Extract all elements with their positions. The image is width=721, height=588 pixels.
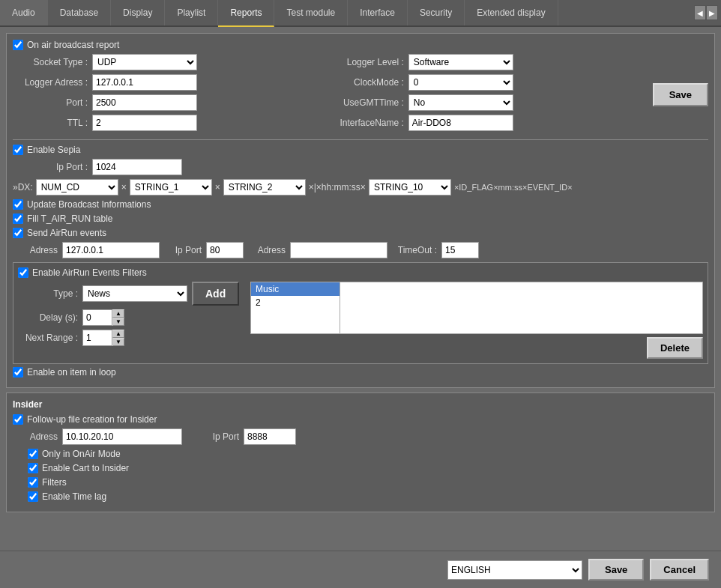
usegmt-label: UseGMTTime : [329, 97, 404, 108]
port-input[interactable]: 2500 [92, 94, 197, 111]
airrun-address-row: Adress 127.0.0.1 Ip Port 80 Adress TimeO… [13, 242, 708, 258]
sepia-checkbox-label[interactable]: Enable Sepia [13, 145, 80, 155]
insider-address-input[interactable]: 10.10.20.10 [62, 428, 182, 445]
logger-level-select[interactable]: Software [408, 54, 513, 70]
sepia-row: Enable Sepia [13, 145, 708, 155]
insider-cart-label[interactable]: Enable Cart to Insider [28, 463, 129, 473]
clockmode-select[interactable]: 0 [408, 74, 513, 91]
tab-interface[interactable]: Interface [348, 0, 408, 25]
dx-dropdown4[interactable]: STRING_10 [369, 179, 451, 196]
language-select[interactable]: ENGLISH [447, 560, 582, 580]
airrun-address2-input[interactable] [290, 242, 387, 258]
save-top-button[interactable]: Save [653, 83, 708, 106]
delay-input[interactable]: 0 [82, 309, 112, 326]
insider-filters-row: Filters [13, 477, 708, 488]
logger-level-row: Logger Level : Software [329, 54, 638, 70]
add-button[interactable]: Add [192, 282, 239, 306]
tab-nav-right[interactable]: ▶ [706, 5, 718, 20]
tab-database[interactable]: Database [48, 0, 111, 25]
sepia-checkbox[interactable] [13, 145, 23, 155]
type-select[interactable]: News [82, 285, 187, 302]
delay-spinner: 0 ▲ ▼ [82, 309, 124, 326]
bottom-bar: ENGLISH Save Cancel [0, 551, 721, 588]
insider-cart-checkbox[interactable] [28, 463, 38, 473]
usegmt-select[interactable]: No [408, 94, 513, 111]
delay-down-btn[interactable]: ▼ [112, 318, 124, 326]
tab-display[interactable]: Display [111, 0, 165, 25]
insider-timelag-label[interactable]: Enable Time lag [28, 491, 106, 502]
tab-playlist[interactable]: Playlist [165, 0, 218, 25]
send-airrun-label[interactable]: Send AirRun events [13, 228, 106, 238]
fill-table-label[interactable]: Fill T_AIR_RUN table [13, 213, 112, 224]
airrun-address-input[interactable]: 127.0.0.1 [62, 242, 160, 258]
logger-level-label: Logger Level : [329, 57, 404, 67]
bottom-save-button[interactable]: Save [588, 559, 644, 581]
enable-loop-label[interactable]: Enable on item in loop [13, 367, 116, 378]
airrun-filters-text: Enable AirRun Events Filters [32, 267, 147, 278]
airrun-timeout-label: TimeOut : [392, 245, 437, 255]
delete-btn-container: Delete [250, 337, 703, 359]
clockmode-row: ClockMode : 0 [329, 74, 638, 91]
socket-type-select[interactable]: UDP [92, 54, 197, 70]
dx-sep3: ×|×hh:mm:ss× [309, 182, 366, 193]
tab-audio[interactable]: Audio [0, 0, 48, 25]
airrun-ipport-input[interactable]: 80 [206, 242, 244, 258]
logger-address-input[interactable]: 127.0.0.1 [92, 74, 197, 91]
delay-row: Delay (s): 0 ▲ ▼ [18, 309, 243, 326]
sepia-ipport-input[interactable]: 1024 [92, 159, 182, 175]
nextrange-input[interactable]: 1 [82, 330, 112, 346]
insider-onlyonair-checkbox[interactable] [28, 449, 38, 459]
send-airrun-checkbox[interactable] [13, 228, 23, 238]
insider-timelag-checkbox[interactable] [28, 491, 38, 502]
fill-table-checkbox[interactable] [13, 213, 23, 224]
dx-dropdown1[interactable]: NUM_CD [36, 179, 118, 196]
onair-broadcast-section: On air broadcast report Socket Type : UD… [6, 33, 715, 388]
tab-nav: ◀ ▶ [691, 0, 721, 25]
airrun-filters-checkbox[interactable] [18, 267, 28, 278]
onair-checkbox-text: On air broadcast report [27, 40, 119, 50]
bottom-cancel-button[interactable]: Cancel [650, 559, 709, 581]
send-airrun-header-row: Send AirRun events [13, 228, 708, 238]
filter-item-2[interactable]: 2 [251, 296, 340, 309]
insider-followup-label[interactable]: Follow-up file creation for Insider [13, 414, 157, 425]
sepia-label-text: Enable Sepia [27, 145, 80, 155]
sepia-divider: Enable Sepia Ip Port : 1024 [13, 139, 708, 175]
airrun-filters-label[interactable]: Enable AirRun Events Filters [18, 267, 147, 278]
enable-loop-checkbox[interactable] [13, 367, 23, 378]
delete-button[interactable]: Delete [647, 337, 703, 359]
socket-type-row: Socket Type : UDP [13, 54, 322, 70]
filter-list-left: Music 2 [250, 282, 340, 334]
dx-label: »DX: [13, 182, 33, 193]
update-broadcast-checkbox[interactable] [13, 199, 23, 210]
insider-filters-text: Filters [42, 477, 67, 488]
insider-filters-label[interactable]: Filters [28, 477, 67, 488]
nextrange-spinner-btns: ▲ ▼ [112, 330, 124, 346]
tab-testmodule[interactable]: Test module [274, 0, 348, 25]
airrun-timeout-input[interactable]: 15 [441, 242, 479, 258]
onair-checkbox-label[interactable]: On air broadcast report [13, 40, 119, 50]
nextrange-down-btn[interactable]: ▼ [112, 338, 124, 346]
nextrange-up-btn[interactable]: ▲ [112, 330, 124, 338]
insider-filters-checkbox[interactable] [28, 477, 38, 488]
insider-followup-checkbox[interactable] [13, 414, 23, 425]
dx-tail: ×ID_FLAG×mm:ss×EVENT_ID× [454, 183, 573, 192]
onair-checkbox[interactable] [13, 40, 23, 50]
tab-bar: Audio Database Display Playlist Reports … [0, 0, 721, 27]
update-broadcast-label[interactable]: Update Broadcast Informations [13, 199, 151, 210]
ttl-label: TTL : [13, 118, 88, 128]
tab-nav-left[interactable]: ◀ [694, 5, 706, 20]
delay-up-btn[interactable]: ▲ [112, 309, 124, 318]
tab-reports[interactable]: Reports [218, 0, 274, 27]
filter-item-music[interactable]: Music [251, 282, 340, 296]
tab-security[interactable]: Security [408, 0, 465, 25]
dx-dropdown3[interactable]: STRING_2 [223, 179, 306, 196]
ttl-input[interactable]: 2 [92, 115, 197, 131]
dx-dropdown2[interactable]: STRING_1 [130, 179, 212, 196]
tab-extdisplay[interactable]: Extended display [465, 0, 558, 25]
interfacename-input[interactable]: Air-DDO8 [408, 115, 513, 131]
insider-ipport-input[interactable]: 8888 [244, 428, 296, 445]
insider-cart-row: Enable Cart to Insider [13, 463, 708, 473]
insider-address-label: Adress [13, 431, 58, 442]
insider-onlyonair-label[interactable]: Only in OnAir Mode [28, 449, 121, 459]
dx-row: »DX: NUM_CD × STRING_1 × STRING_2 ×|×hh:… [13, 179, 708, 196]
